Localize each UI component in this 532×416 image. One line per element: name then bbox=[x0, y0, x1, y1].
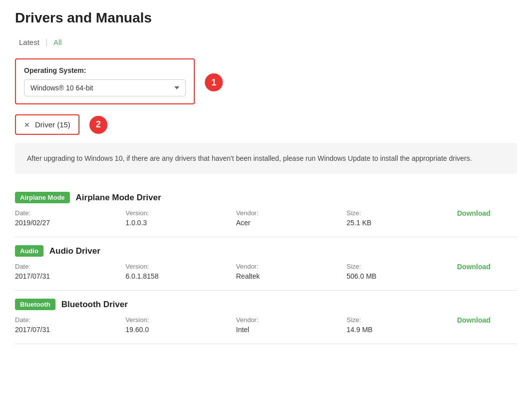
driver-name-1: Audio Driver bbox=[49, 246, 100, 256]
driver-meta-1: Date: 2017/07/31 Version: 6.0.1.8158 Ven… bbox=[15, 263, 517, 280]
driver-vendor-col-2: Vendor: Intel bbox=[236, 316, 347, 334]
driver-download-col-1[interactable]: Download bbox=[457, 263, 517, 272]
driver-version-col-2: Version: 19.60.0 bbox=[125, 316, 236, 334]
driver-tag-2: Bluetooth bbox=[15, 299, 55, 310]
driver-date-1: 2017/07/31 bbox=[15, 272, 125, 280]
driver-download-link-1[interactable]: Download bbox=[457, 263, 517, 271]
os-section: Operating System: Windows® 10 64-bit Win… bbox=[15, 58, 517, 104]
os-label: Operating System: bbox=[24, 66, 186, 74]
driver-version-col-0: Version: 1.0.0.3 bbox=[125, 209, 236, 227]
driver-vendor-label-1: Vendor: bbox=[236, 263, 347, 270]
driver-filter-box[interactable]: ✕ Driver (15) bbox=[15, 114, 79, 135]
driver-filter-label: Driver (15) bbox=[35, 120, 70, 129]
tab-bar: Latest | All bbox=[15, 36, 517, 48]
tab-latest[interactable]: Latest bbox=[15, 36, 43, 48]
driver-date-label-1: Date: bbox=[15, 263, 125, 270]
driver-header-0: Airplane Mode Airplane Mode Driver bbox=[15, 192, 517, 203]
driver-size-2: 14.9 MB bbox=[347, 326, 457, 334]
driver-header-1: Audio Audio Driver bbox=[15, 245, 517, 257]
driver-date-label-0: Date: bbox=[15, 209, 125, 217]
driver-meta-0: Date: 2019/02/27 Version: 1.0.0.3 Vendor… bbox=[15, 209, 517, 227]
driver-date-col-1: Date: 2017/07/31 bbox=[15, 263, 125, 280]
driver-version-0: 1.0.0.3 bbox=[125, 219, 236, 227]
driver-version-label-0: Version: bbox=[125, 209, 236, 217]
info-message: After upgrading to Windows 10, if there … bbox=[15, 143, 517, 174]
driver-entry-1: Audio Audio Driver Date: 2017/07/31 Vers… bbox=[15, 237, 517, 291]
page-title: Drivers and Manuals bbox=[15, 10, 517, 26]
driver-version-label-2: Version: bbox=[125, 316, 236, 324]
driver-version-col-1: Version: 6.0.1.8158 bbox=[125, 263, 236, 280]
step-badge-1: 1 bbox=[205, 73, 223, 91]
driver-vendor-0: Acer bbox=[236, 219, 347, 227]
driver-header-2: Bluetooth Bluetooth Driver bbox=[15, 299, 517, 310]
driver-vendor-label-0: Vendor: bbox=[236, 209, 347, 217]
driver-vendor-2: Intel bbox=[236, 326, 347, 334]
tab-all[interactable]: All bbox=[49, 36, 66, 48]
driver-version-1: 6.0.1.8158 bbox=[125, 272, 236, 280]
driver-version-2: 19.60.0 bbox=[125, 326, 236, 334]
driver-download-col-0[interactable]: Download bbox=[457, 209, 517, 218]
driver-download-link-2[interactable]: Download bbox=[457, 316, 517, 324]
driver-date-2: 2017/07/31 bbox=[15, 326, 125, 334]
driver-size-label-1: Size: bbox=[347, 263, 457, 270]
driver-date-label-2: Date: bbox=[15, 316, 125, 324]
driver-download-link-0[interactable]: Download bbox=[457, 209, 517, 217]
driver-tag-1: Audio bbox=[15, 245, 43, 257]
driver-size-label-2: Size: bbox=[347, 316, 457, 324]
driver-size-0: 25.1 KB bbox=[347, 219, 457, 227]
close-icon[interactable]: ✕ bbox=[24, 121, 30, 129]
driver-vendor-label-2: Vendor: bbox=[236, 316, 347, 324]
step-badge-2: 2 bbox=[89, 116, 107, 134]
driver-vendor-col-0: Vendor: Acer bbox=[236, 209, 347, 227]
driver-vendor-1: Realtek bbox=[236, 272, 347, 280]
driver-date-0: 2019/02/27 bbox=[15, 219, 125, 227]
driver-meta-2: Date: 2017/07/31 Version: 19.60.0 Vendor… bbox=[15, 316, 517, 334]
driver-vendor-col-1: Vendor: Realtek bbox=[236, 263, 347, 280]
driver-entry-0: Airplane Mode Airplane Mode Driver Date:… bbox=[15, 184, 517, 237]
os-select[interactable]: Windows® 10 64-bit Windows® 10 32-bit Wi… bbox=[24, 79, 186, 96]
driver-size-1: 506.0 MB bbox=[347, 272, 457, 280]
driver-filter-section: ✕ Driver (15) 2 bbox=[15, 114, 517, 135]
driver-list: Airplane Mode Airplane Mode Driver Date:… bbox=[15, 184, 517, 344]
tab-separator: | bbox=[45, 38, 47, 47]
driver-tag-0: Airplane Mode bbox=[15, 192, 70, 203]
driver-date-col-2: Date: 2017/07/31 bbox=[15, 316, 125, 334]
driver-download-col-2[interactable]: Download bbox=[457, 316, 517, 325]
os-box: Operating System: Windows® 10 64-bit Win… bbox=[15, 58, 195, 104]
driver-size-col-0: Size: 25.1 KB bbox=[347, 209, 457, 227]
driver-name-0: Airplane Mode Driver bbox=[76, 193, 161, 203]
driver-date-col-0: Date: 2019/02/27 bbox=[15, 209, 125, 227]
driver-version-label-1: Version: bbox=[125, 263, 236, 270]
driver-size-col-1: Size: 506.0 MB bbox=[347, 263, 457, 280]
driver-size-col-2: Size: 14.9 MB bbox=[347, 316, 457, 334]
driver-size-label-0: Size: bbox=[347, 209, 457, 217]
driver-name-2: Bluetooth Driver bbox=[61, 300, 128, 310]
driver-entry-2: Bluetooth Bluetooth Driver Date: 2017/07… bbox=[15, 291, 517, 344]
